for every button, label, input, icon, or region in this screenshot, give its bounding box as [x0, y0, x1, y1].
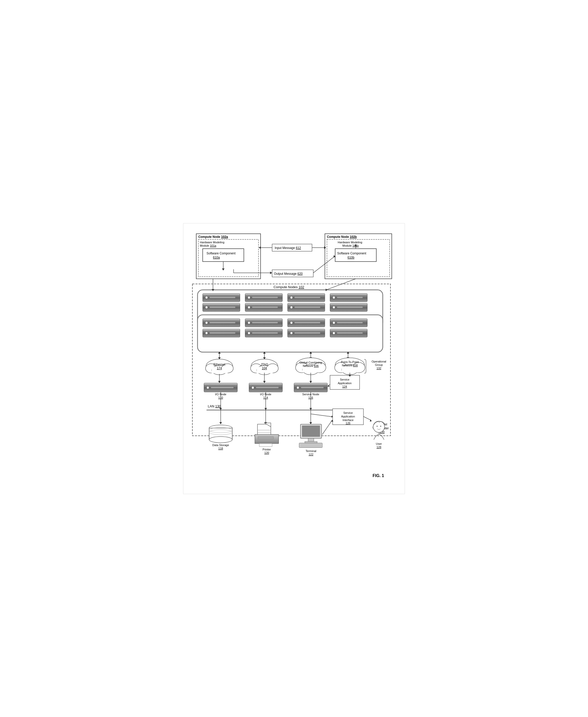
svg-rect-157: [305, 441, 317, 443]
input-message-label: Input Message 612: [275, 246, 301, 249]
svg-point-61: [206, 332, 208, 334]
service-app-interface-label: Service: [343, 411, 353, 414]
service-app-label2: Application: [338, 381, 352, 385]
hw-module-a-label2: Module 101a: [200, 244, 216, 247]
operational-group-label: Operational: [372, 360, 386, 363]
user-label: User: [376, 442, 382, 445]
service-app-ref: 124: [342, 385, 347, 388]
svg-point-24: [206, 296, 208, 299]
svg-point-58: [333, 322, 335, 324]
svg-point-64: [248, 332, 250, 334]
svg-point-49: [206, 322, 208, 324]
operational-group-label2: Group: [375, 363, 383, 366]
svg-rect-65: [252, 332, 278, 334]
svg-point-27: [248, 296, 250, 299]
svg-rect-50: [210, 322, 235, 323]
printer-ref: 120: [264, 451, 269, 454]
jtag-label: JTAG: [260, 363, 268, 366]
jtag-ref: 104: [262, 366, 267, 370]
terminal-ref: 122: [309, 453, 313, 456]
diagram-svg: Compute Node 102a Hardware Modeling Modu…: [189, 229, 399, 486]
fig-label: FIG. 1: [373, 473, 384, 477]
ethernet-ref: 174: [217, 366, 222, 370]
svg-rect-46: [337, 307, 363, 308]
svg-point-67: [290, 332, 292, 334]
svg-point-33: [333, 296, 335, 299]
svg-rect-40: [252, 307, 278, 308]
printer-label: Printer: [262, 448, 271, 451]
svg-point-70: [333, 332, 335, 334]
svg-point-30: [290, 296, 292, 299]
svg-rect-43: [295, 307, 320, 308]
global-network-label: Global Combining: [299, 361, 322, 364]
svg-rect-28: [252, 297, 278, 298]
svg-rect-25: [210, 297, 235, 298]
svg-rect-56: [295, 322, 320, 323]
svg-rect-156: [308, 438, 314, 442]
svg-rect-158: [299, 443, 322, 447]
svg-point-55: [290, 322, 292, 324]
svg-point-142: [209, 436, 232, 443]
svg-rect-34: [337, 297, 363, 298]
svg-rect-68: [295, 332, 320, 334]
svg-rect-152: [258, 436, 273, 439]
svg-point-42: [290, 306, 292, 308]
service-app-label: Service: [340, 378, 350, 381]
svg-rect-153: [259, 443, 272, 446]
svg-point-36: [206, 306, 208, 308]
sw-component-b-label: Software Component: [337, 251, 366, 255]
svg-rect-59: [337, 322, 363, 323]
svg-point-117: [252, 387, 254, 389]
svg-point-45: [333, 306, 335, 308]
compute-node-a-title: Compute Node 102a: [198, 235, 228, 239]
compute-nodes-label: Compute Nodes 102: [274, 285, 304, 289]
svg-point-120: [297, 387, 299, 389]
global-network-label2: Network 106: [303, 364, 319, 367]
svg-point-166: [373, 421, 384, 432]
svg-point-168: [380, 426, 381, 427]
hw-module-a-label: Hardware Modeling: [200, 241, 224, 244]
sw-component-a-label: Software Component: [207, 251, 236, 255]
lan-label: LAN 130: [208, 404, 221, 408]
svg-marker-7: [270, 271, 272, 274]
svg-rect-103: [342, 366, 358, 372]
ptp-network-label: Point-To-Point: [341, 360, 359, 363]
ptp-network-label2: Network 108: [342, 364, 358, 367]
service-app-interface-label3: Interface: [342, 418, 354, 422]
user-ref: 128: [377, 445, 381, 448]
service-app-interface-label2: Application: [341, 415, 355, 418]
sw-component-a-ref: 610a: [213, 255, 220, 259]
svg-rect-53: [252, 322, 278, 323]
service-app-interface-ref: 126: [345, 422, 350, 425]
svg-rect-31: [295, 297, 320, 298]
svg-rect-71: [337, 332, 363, 334]
operational-group-ref: 132: [377, 366, 381, 369]
svg-rect-155: [302, 426, 320, 436]
output-message-label: Output Message 620: [274, 272, 302, 275]
svg-point-39: [248, 306, 250, 308]
data-storage-label: Data Storage: [212, 443, 229, 446]
svg-rect-62: [210, 332, 235, 334]
compute-node-b-title: Compute Node 102b: [327, 235, 357, 239]
svg-rect-37: [210, 307, 235, 308]
svg-rect-115: [211, 387, 234, 388]
sw-component-b-ref: 610b: [348, 255, 354, 259]
data-storage-ref: 118: [218, 447, 223, 450]
terminal-label: Terminal: [306, 449, 316, 452]
svg-point-52: [248, 322, 250, 324]
svg-point-167: [377, 426, 378, 427]
hw-module-b-label: Hardware Modeling: [338, 241, 362, 244]
svg-point-114: [207, 387, 209, 389]
svg-rect-118: [256, 387, 278, 388]
ethernet-label: Ethernet: [213, 363, 225, 366]
svg-rect-121: [301, 387, 324, 388]
page: Compute Node 102a Hardware Modeling Modu…: [183, 223, 405, 494]
